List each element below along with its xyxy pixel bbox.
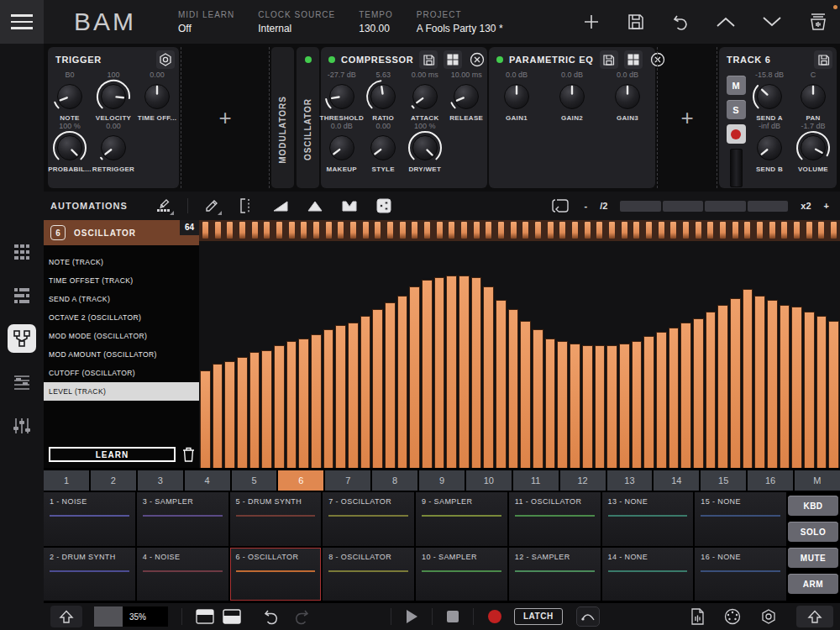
- step-tick[interactable]: [212, 220, 224, 241]
- automation-bar[interactable]: [249, 352, 260, 468]
- step-tick[interactable]: [310, 220, 323, 241]
- track-cell-1[interactable]: 1 - NOISE: [44, 492, 135, 546]
- knob-time-off[interactable]: 0.00TIME OFF...: [135, 71, 179, 122]
- knob-note[interactable]: B0NOTE: [48, 71, 92, 122]
- knob-dial[interactable]: [365, 78, 402, 115]
- track-number-6[interactable]: 6: [278, 470, 323, 491]
- knob-release[interactable]: 10.00 msRELEASE: [446, 71, 488, 122]
- loop-segment[interactable]: [663, 201, 704, 212]
- automation-bars[interactable]: [199, 241, 840, 468]
- loop-segment[interactable]: [748, 201, 789, 212]
- automation-bar[interactable]: [348, 323, 359, 468]
- track-number-9[interactable]: 9: [419, 470, 465, 491]
- knob-pan[interactable]: CPAN: [791, 71, 835, 122]
- knob-dial[interactable]: [51, 129, 88, 166]
- step-tick[interactable]: [347, 220, 360, 241]
- loop-range-bar[interactable]: [620, 201, 788, 212]
- tab-modulators[interactable]: MODULATORS: [271, 47, 294, 188]
- arm-button[interactable]: ARM: [788, 574, 838, 594]
- automation-bar[interactable]: [335, 325, 346, 468]
- grid-view-icon[interactable]: [444, 50, 462, 69]
- knob-dial[interactable]: [448, 78, 485, 115]
- track-number-11[interactable]: 11: [513, 470, 559, 491]
- automation-bar[interactable]: [286, 341, 297, 468]
- kbd-button[interactable]: KBD: [788, 496, 838, 516]
- knob-dial[interactable]: [498, 78, 535, 115]
- knob-send-a[interactable]: -15.8 dBSEND A: [748, 71, 791, 122]
- param-item[interactable]: MOD AMOUNT (OSCILLATOR): [44, 345, 199, 364]
- step-tick[interactable]: [334, 220, 347, 241]
- track-number-14[interactable]: 14: [654, 470, 699, 491]
- shift-icon[interactable]: [50, 606, 82, 627]
- knob-dial[interactable]: [407, 129, 444, 166]
- param-item[interactable]: NOTE (TRACK): [44, 253, 199, 271]
- add-device-button[interactable]: +: [218, 105, 231, 131]
- step-tick[interactable]: [458, 220, 470, 241]
- loop-shrink-button[interactable]: -: [584, 201, 587, 211]
- patterns-view-icon[interactable]: [8, 281, 36, 309]
- track-number-3[interactable]: 3: [138, 470, 183, 491]
- add-icon[interactable]: [582, 13, 601, 31]
- track-number-7[interactable]: 7: [325, 470, 370, 491]
- automation-bar[interactable]: [520, 321, 531, 469]
- step-tick[interactable]: [408, 220, 421, 241]
- param-item[interactable]: MOD MODE (OSCILLATOR): [44, 327, 199, 345]
- track-number-10[interactable]: 10: [466, 470, 512, 491]
- step-tick[interactable]: [717, 220, 729, 241]
- step-tick[interactable]: [384, 220, 396, 241]
- track-cell-15[interactable]: 15 - NONE: [695, 492, 786, 546]
- knob-dial[interactable]: [751, 78, 788, 115]
- automation-bar[interactable]: [632, 341, 643, 468]
- steps-count-badge[interactable]: 64: [180, 220, 199, 235]
- step-pencil-icon[interactable]: [153, 195, 175, 217]
- knob-dial[interactable]: [95, 78, 132, 115]
- step-tick[interactable]: [470, 220, 483, 241]
- pianoroll-view-icon[interactable]: [8, 368, 36, 396]
- undo-icon[interactable]: [263, 608, 280, 625]
- step-tick[interactable]: [779, 220, 791, 241]
- track-number-15[interactable]: 15: [701, 470, 746, 491]
- step-tick[interactable]: [445, 220, 458, 241]
- halve-length-button[interactable]: /2: [600, 201, 607, 211]
- knob-retrigger[interactable]: 0.00RETRIGGER: [92, 122, 135, 173]
- track-cell-8[interactable]: 8 - OSCILLATOR: [323, 548, 414, 601]
- automation-bar[interactable]: [274, 345, 285, 468]
- knob-gain1[interactable]: 0.0 dBGAIN1: [489, 71, 544, 122]
- step-tick[interactable]: [790, 220, 803, 241]
- automation-bar[interactable]: [459, 276, 470, 469]
- save-icon[interactable]: [627, 13, 645, 31]
- step-tick[interactable]: [631, 220, 643, 241]
- automation-bar[interactable]: [828, 321, 839, 469]
- automation-bar[interactable]: [261, 350, 272, 468]
- step-tick[interactable]: [433, 220, 446, 241]
- param-item[interactable]: LEVEL (TRACK): [44, 382, 199, 401]
- tempo-field[interactable]: TEMPO 130.00: [359, 10, 393, 34]
- mixer-view-icon[interactable]: [8, 412, 36, 440]
- knob-dial[interactable]: [795, 129, 832, 166]
- audio-export-icon[interactable]: [690, 608, 705, 625]
- solo-button[interactable]: S: [727, 100, 746, 119]
- step-tick[interactable]: [199, 220, 212, 241]
- automation-bar[interactable]: [619, 344, 630, 469]
- track-number-5[interactable]: 5: [232, 470, 277, 491]
- automation-bar[interactable]: [791, 307, 802, 468]
- step-tick[interactable]: [495, 220, 507, 241]
- automation-bar[interactable]: [582, 345, 593, 468]
- step-tick[interactable]: [705, 220, 717, 241]
- track-cell-16[interactable]: 16 - NONE: [695, 548, 786, 601]
- automation-bar[interactable]: [680, 323, 691, 468]
- track-cell-6[interactable]: 6 - OSCILLATOR: [230, 548, 322, 601]
- automation-bar[interactable]: [804, 312, 815, 468]
- automation-bar[interactable]: [545, 339, 556, 468]
- automation-bar[interactable]: [372, 309, 383, 468]
- clock-source-field[interactable]: CLOCK SOURCE Internal: [258, 10, 335, 34]
- undo-icon[interactable]: [671, 13, 690, 31]
- step-tick[interactable]: [507, 220, 520, 241]
- knob-dial[interactable]: [51, 78, 88, 115]
- automation-curve-icon[interactable]: [576, 606, 600, 627]
- learn-button[interactable]: LEARN: [49, 447, 176, 462]
- automation-bar[interactable]: [237, 357, 248, 468]
- automation-bar[interactable]: [557, 341, 568, 468]
- track-number-1[interactable]: 1: [44, 470, 89, 491]
- empty-device-slot[interactable]: +: [657, 47, 717, 188]
